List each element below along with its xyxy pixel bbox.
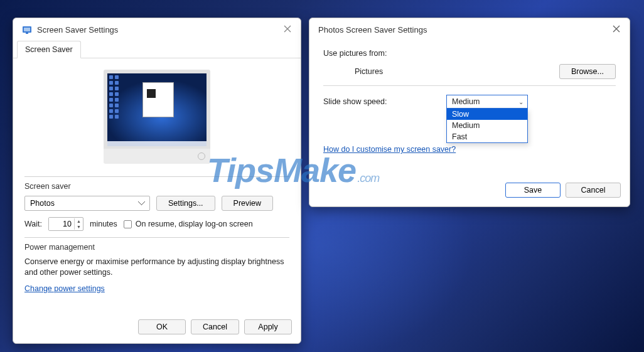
save-button[interactable]: Save <box>505 183 561 198</box>
dialog-footer: Save Cancel <box>309 176 630 206</box>
pictures-folder: Pictures <box>355 67 559 76</box>
speed-combobox[interactable]: Medium ⌄ <box>446 95 528 109</box>
titlebar: Screen Saver Settings <box>13 18 301 40</box>
tab-row: Screen Saver <box>13 40 301 58</box>
wait-spinner[interactable]: ▲▼ <box>48 217 83 231</box>
dialog-footer: OK Cancel Apply <box>13 313 301 343</box>
screen-saver-settings-window: Screen Saver Settings Screen Saver S <box>13 18 301 344</box>
speed-option-fast[interactable]: Fast <box>447 131 527 142</box>
svg-rect-1 <box>24 28 30 31</box>
resume-label: On resume, display log-on screen <box>136 220 253 228</box>
use-pictures-label: Use pictures from: <box>323 49 616 58</box>
apply-button[interactable]: Apply <box>244 319 292 334</box>
wait-input[interactable] <box>49 218 74 230</box>
power-group-title: Power management <box>24 243 289 252</box>
ok-button[interactable]: OK <box>138 319 186 334</box>
spinner-arrows[interactable]: ▲▼ <box>74 218 83 230</box>
wait-unit: minutes <box>90 220 117 228</box>
close-icon[interactable] <box>283 24 292 35</box>
cancel-button[interactable]: Cancel <box>566 183 621 198</box>
settings-button[interactable]: Settings... <box>156 196 215 211</box>
preview-monitor <box>104 70 210 164</box>
screensaver-icon <box>22 25 32 35</box>
photos-screensaver-settings-window: Photos Screen Saver Settings Use picture… <box>309 18 630 207</box>
speed-option-medium[interactable]: Medium <box>447 120 527 131</box>
close-icon[interactable] <box>612 24 621 35</box>
svg-rect-2 <box>26 33 28 34</box>
tab-screen-saver[interactable]: Screen Saver <box>17 41 81 58</box>
wait-label: Wait: <box>24 220 42 228</box>
screensaver-select[interactable]: Photos <box>24 196 150 211</box>
titlebar: Photos Screen Saver Settings <box>309 18 630 40</box>
speed-label: Slide show speed: <box>323 97 411 106</box>
browse-button[interactable]: Browse... <box>559 64 616 79</box>
chevron-down-icon: ⌄ <box>518 99 523 105</box>
change-power-settings-link[interactable]: Change power settings <box>24 284 105 293</box>
speed-option-slow[interactable]: Slow <box>447 109 527 120</box>
help-link[interactable]: How do I customise my screen saver? <box>323 145 456 154</box>
speed-dropdown: Slow Medium Fast <box>446 109 528 143</box>
checkbox-box[interactable] <box>124 220 132 228</box>
resume-checkbox[interactable]: On resume, display log-on screen <box>124 220 253 228</box>
preview-button[interactable]: Preview <box>222 196 273 211</box>
window-title: Photos Screen Saver Settings <box>318 25 427 35</box>
speed-selected: Medium <box>452 97 480 106</box>
power-description: Conserve energy or maximise performance … <box>24 257 289 278</box>
cancel-button[interactable]: Cancel <box>191 319 239 334</box>
screen-saver-group-title: Screen saver <box>24 182 289 191</box>
window-title: Screen Saver Settings <box>37 25 118 35</box>
